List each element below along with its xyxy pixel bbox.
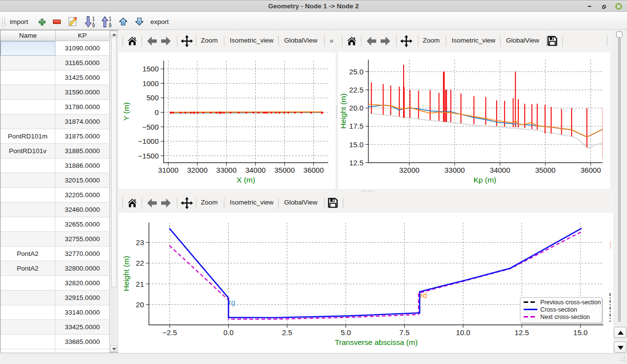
svg-text:12.5: 12.5: [349, 159, 363, 167]
svg-text:15.0: 15.0: [349, 140, 363, 149]
svg-text:−500: −500: [142, 123, 159, 131]
svg-text:7.5: 7.5: [399, 328, 410, 337]
svg-text:23: 23: [136, 238, 144, 247]
svg-text:Previous cross-section: Previous cross-section: [540, 299, 601, 306]
svg-text:32000: 32000: [399, 166, 420, 174]
svg-text:34000: 34000: [245, 166, 266, 174]
svg-text:Kp (m): Kp (m): [474, 176, 497, 184]
svg-text:5.0: 5.0: [340, 328, 351, 337]
svg-text:33000: 33000: [216, 166, 237, 174]
svg-text:Height (m): Height (m): [122, 256, 130, 291]
svg-text:17.5: 17.5: [349, 122, 363, 130]
svg-text:32000: 32000: [187, 166, 208, 174]
svg-text:Cross-section: Cross-section: [540, 306, 577, 313]
svg-text:22: 22: [136, 259, 144, 267]
svg-text:12.5: 12.5: [515, 328, 529, 337]
svg-text:rd: rd: [420, 291, 427, 299]
svg-text:Y (m): Y (m): [122, 102, 130, 121]
svg-text:25.0: 25.0: [349, 68, 363, 76]
svg-text:33000: 33000: [444, 166, 465, 174]
svg-text:X (m): X (m): [237, 176, 255, 184]
svg-text:21: 21: [136, 280, 144, 288]
svg-text:34000: 34000: [490, 166, 510, 174]
svg-text:1000: 1000: [143, 79, 159, 88]
svg-text:500: 500: [146, 93, 159, 102]
svg-text:Next cross-section: Next cross-section: [540, 314, 590, 320]
svg-text:22.5: 22.5: [349, 86, 363, 94]
svg-text:−1500: −1500: [138, 152, 159, 160]
svg-text:36000: 36000: [580, 166, 601, 174]
svg-text:15.0: 15.0: [573, 328, 587, 337]
svg-text:0.0: 0.0: [223, 328, 234, 337]
svg-text:−1000: −1000: [138, 137, 159, 145]
svg-text:Transverse abscissa (m): Transverse abscissa (m): [335, 338, 417, 346]
svg-text:10.0: 10.0: [456, 328, 470, 337]
svg-text:−2.5: −2.5: [163, 328, 177, 337]
svg-text:rg: rg: [229, 298, 235, 306]
svg-text:0: 0: [155, 108, 159, 116]
svg-text:36000: 36000: [303, 166, 324, 174]
svg-text:35000: 35000: [535, 166, 555, 174]
svg-text:20: 20: [136, 300, 144, 309]
svg-text:31000: 31000: [158, 166, 179, 174]
svg-text:35000: 35000: [274, 166, 295, 174]
svg-text:1500: 1500: [143, 65, 159, 73]
svg-text:Height (m): Height (m): [339, 93, 347, 129]
svg-text:20.0: 20.0: [349, 104, 363, 112]
svg-text:2.5: 2.5: [282, 328, 292, 337]
